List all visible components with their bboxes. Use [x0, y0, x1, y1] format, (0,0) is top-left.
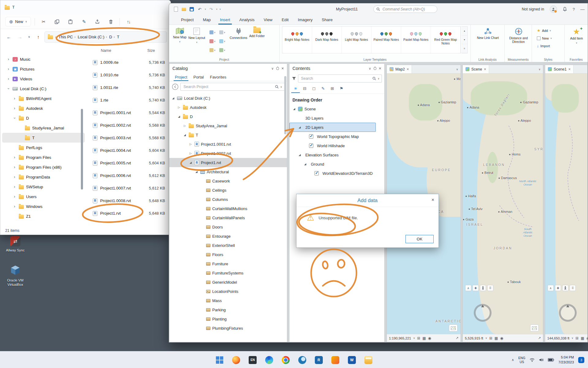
chevron-down-icon[interactable]: ∨: [280, 86, 282, 88]
up-button[interactable]: ↑: [33, 32, 43, 42]
notification-badge[interactable]: 3: [578, 357, 584, 363]
new-map-button[interactable]: New Map ∨: [172, 26, 187, 43]
catalog-tree-item[interactable]: Doors: [169, 222, 287, 232]
customize-toolbar-chevron[interactable]: ∨: [219, 8, 221, 10]
file-row[interactable]: Project1.0003.rvt 5,568 KB: [90, 132, 171, 144]
close-icon[interactable]: ×: [407, 67, 409, 71]
expand-chevron-icon[interactable]: ›: [13, 194, 17, 199]
ribbon-tab[interactable]: Project: [176, 15, 198, 25]
map-tool-icon[interactable]: ⊞: [417, 336, 420, 340]
new-project-icon[interactable]: [173, 6, 179, 12]
catalog-tree-item[interactable]: ◢ Architectural: [169, 167, 287, 176]
redo-chevron-icon[interactable]: ∨: [216, 8, 217, 10]
small-button-6[interactable]: ∨: [218, 46, 227, 54]
desktop-icon-virtualbox[interactable]: Oracle VM VirtualBox: [1, 264, 30, 287]
layer-template-item[interactable]: Red Green Map Notes: [431, 27, 461, 53]
checkbox[interactable]: [309, 144, 313, 148]
popout-icon[interactable]: ↗: [456, 336, 458, 340]
breadcrumb-item[interactable]: › D: [104, 35, 112, 39]
catalog-tree-item[interactable]: CurtainWallMullions: [169, 204, 287, 213]
back-button[interactable]: ←: [4, 32, 14, 42]
small-button-5[interactable]: ∨: [208, 46, 217, 54]
history-chevron[interactable]: ∨: [26, 32, 32, 42]
taskbar-icon[interactable]: [363, 354, 374, 366]
expand-chevron-icon[interactable]: ›: [13, 185, 17, 189]
tab-map2[interactable]: Map2 ×: [387, 65, 412, 73]
catalog-tree-item[interactable]: Parking: [169, 305, 287, 314]
pan-icon[interactable]: ✚: [473, 285, 479, 291]
contents-toolbar-icon[interactable]: ⚑: [337, 85, 346, 93]
wifi-icon[interactable]: [530, 358, 535, 362]
file-row[interactable]: Project1.0005.rvt 5,604 KB: [90, 157, 171, 169]
collapse-chevron-icon[interactable]: ∧: [548, 285, 554, 291]
taskbar-icon[interactable]: [230, 354, 242, 366]
sidebar-item[interactable]: › ProgramData: [2, 172, 85, 182]
checkbox[interactable]: [309, 134, 313, 139]
expand-chevron-icon[interactable]: ›: [13, 116, 17, 120]
scene-canvas[interactable]: ∧ ✚ ⠿: [545, 74, 587, 334]
collapse-chevron-icon[interactable]: ∧: [465, 285, 471, 291]
contents-toolbar-icon[interactable]: ✎: [319, 85, 327, 93]
column-size[interactable]: Size: [139, 48, 155, 53]
popout-icon[interactable]: ↗: [538, 336, 541, 340]
help-icon[interactable]: ?: [573, 7, 575, 12]
expander-icon[interactable]: ▷: [189, 152, 193, 155]
catalog-tree-item[interactable]: ▷ StudyArea_Jamal: [169, 121, 287, 130]
expander-icon[interactable]: ◢: [292, 107, 296, 110]
connections-button[interactable]: Connections: [229, 26, 248, 40]
styles-add-button[interactable]: ★Add∨: [535, 27, 564, 34]
file-row[interactable]: 1.0011.rte 5,740 KB: [90, 81, 171, 94]
sidebar-item[interactable]: › Local Disk (C:): [2, 84, 85, 94]
ribbon-tab[interactable]: Map: [198, 15, 215, 25]
small-button-3[interactable]: ∨: [208, 37, 217, 45]
filter-funnel-icon[interactable]: [292, 76, 296, 81]
column-name[interactable]: Name: [90, 48, 139, 53]
catalog-tree-item[interactable]: Columns: [169, 195, 287, 204]
scale-chevron-icon[interactable]: ∨: [413, 337, 415, 339]
add-item-button[interactable]: ★ Add Item ∨: [569, 26, 584, 44]
layer-template-item[interactable]: Dark Map Notes: [312, 27, 342, 53]
command-search[interactable]: [373, 6, 437, 13]
pin-icon[interactable]: [374, 67, 376, 70]
close-icon[interactable]: ×: [281, 66, 284, 71]
copy-button[interactable]: [52, 17, 62, 27]
pedestrian-icon[interactable]: [480, 285, 486, 291]
contents-toolbar-icon[interactable]: ◻: [310, 85, 318, 93]
catalog-tree-item[interactable]: GenericModel: [169, 278, 287, 287]
expander-icon[interactable]: ▷: [183, 124, 187, 127]
file-row[interactable]: Project1.0002.rvt 5,568 KB: [90, 119, 171, 132]
expand-chevron-icon[interactable]: ›: [13, 96, 17, 101]
gallery-down-icon[interactable]: ▾: [462, 36, 467, 44]
contents-toolbar-icon[interactable]: ≡: [291, 85, 300, 93]
scale-value[interactable]: 144,650,338 ft: [547, 336, 569, 340]
sidebar-item[interactable]: › D: [2, 113, 85, 123]
contents-tree-item[interactable]: World Topographic Map: [289, 132, 376, 141]
undo-chevron-icon[interactable]: ∨: [205, 8, 206, 10]
grid-dots-icon[interactable]: ⠿: [487, 285, 493, 291]
sidebar-item[interactable]: › $WinREAgent: [2, 94, 85, 103]
scene-canvas[interactable]: Toros DağlarıAdanaGaziantepAleppoHomsSYR…: [463, 74, 543, 334]
file-row[interactable]: Project1.0007.rvt 5,612 KB: [90, 182, 171, 194]
expand-chevron-icon[interactable]: ›: [13, 175, 17, 179]
sidebar-item[interactable]: › Videos: [2, 74, 85, 84]
taskbar-icon[interactable]: [214, 354, 225, 366]
expand-chevron-icon[interactable]: ›: [13, 106, 17, 110]
taskbar-icon[interactable]: EN: [247, 354, 258, 366]
sidebar-item[interactable]: › Program Files: [2, 152, 85, 162]
redo-icon[interactable]: ↷: [208, 6, 214, 12]
distance-direction-button[interactable]: Distance and Direction: [508, 26, 529, 44]
expand-chevron-icon[interactable]: ›: [13, 165, 17, 169]
contents-search[interactable]: ∨: [298, 75, 382, 82]
layer-template-item[interactable]: Pastel Map Notes: [401, 27, 431, 53]
command-search-input[interactable]: [382, 7, 434, 12]
back-circle-icon[interactable]: [172, 83, 179, 90]
contents-tree-item[interactable]: ◢ Elevation Surfaces: [289, 150, 376, 159]
ribbon-tab[interactable]: View: [259, 15, 277, 25]
ribbon-tab[interactable]: Analysis: [235, 15, 259, 25]
catalog-scrollbar[interactable]: [284, 76, 286, 134]
breadcrumb-item[interactable]: › T: [112, 35, 119, 39]
ribbon-tab[interactable]: Imagery: [293, 15, 317, 25]
account-avatar[interactable]: [550, 6, 557, 13]
contents-tree-item[interactable]: WorldElevation3D/Terrain3D: [289, 169, 376, 178]
catalog-search[interactable]: ∨: [180, 83, 285, 91]
